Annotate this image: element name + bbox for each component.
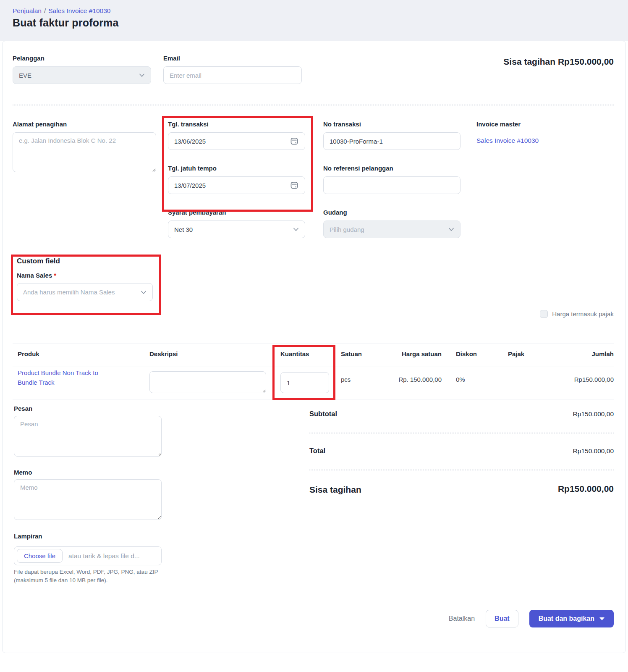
col-header-harga-satuan: Harga satuan bbox=[402, 350, 442, 357]
col-header-jumlah: Jumlah bbox=[591, 350, 614, 357]
syarat-pembayaran-select[interactable]: Net 30 bbox=[168, 220, 305, 238]
totals-divider bbox=[309, 470, 614, 470]
action-buttons: Batalkan Buat Buat dan bagikan bbox=[449, 610, 614, 627]
nama-sales-placeholder: Anda harus memilih Nama Sales bbox=[23, 289, 115, 296]
table-bottom-border bbox=[13, 399, 614, 399]
pelanggan-label: Pelanggan bbox=[13, 55, 44, 62]
product-link[interactable]: Product Bundle Non Track to Bundle Track bbox=[18, 368, 118, 387]
no-transaksi-label: No transaksi bbox=[323, 121, 361, 128]
nama-sales-select[interactable]: Anda harus memilih Nama Sales bbox=[17, 283, 153, 301]
satuan-value: pcs bbox=[341, 376, 351, 383]
custom-field-title: Custom field bbox=[17, 257, 60, 265]
alamat-label: Alamat penagihan bbox=[13, 121, 67, 128]
col-header-produk: Produk bbox=[18, 350, 39, 357]
col-header-satuan: Satuan bbox=[341, 350, 362, 357]
harga-termasuk-pajak-label: Harga termasuk pajak bbox=[552, 310, 614, 318]
subtotal-value: Rp150.000,00 bbox=[573, 410, 614, 418]
no-referensi-input[interactable] bbox=[323, 176, 461, 194]
choose-file-button[interactable]: Choose file bbox=[17, 549, 63, 563]
harga-termasuk-pajak-row: Harga termasuk pajak bbox=[540, 310, 614, 318]
harga-satuan-value: Rp. 150.000,00 bbox=[398, 376, 442, 383]
caret-down-icon bbox=[599, 617, 604, 620]
chevron-down-icon bbox=[448, 226, 454, 232]
breadcrumb-sales-invoice[interactable]: Sales Invoice #10030 bbox=[48, 7, 110, 14]
nama-sales-label-text: Nama Sales bbox=[17, 272, 52, 279]
tgl-transaksi-label: Tgl. transaksi bbox=[168, 121, 209, 128]
totals-divider bbox=[309, 433, 614, 433]
total-value: Rp150.000,00 bbox=[573, 447, 614, 455]
tgl-jatuh-tempo-value: 13/07/2025 bbox=[174, 182, 206, 189]
alamat-textarea[interactable] bbox=[13, 132, 156, 172]
lampiran-label: Lampiran bbox=[14, 533, 42, 540]
table-top-border bbox=[13, 344, 614, 344]
total-label: Total bbox=[309, 447, 325, 455]
tgl-jatuh-tempo-label: Tgl. jatuh tempo bbox=[168, 165, 217, 172]
calendar-icon bbox=[290, 136, 299, 146]
table-header-border bbox=[13, 367, 614, 367]
breadcrumb-penjualan[interactable]: Penjualan bbox=[13, 7, 42, 14]
sisa-tagihan-value: Rp150.000,00 bbox=[558, 484, 614, 494]
gudang-select[interactable]: Pilih gudang bbox=[323, 220, 461, 238]
buat-dan-bagikan-button[interactable]: Buat dan bagikan bbox=[529, 610, 614, 627]
email-label: Email bbox=[163, 55, 180, 62]
diskon-value: 0% bbox=[456, 376, 465, 383]
kuantitas-input[interactable] bbox=[280, 372, 329, 393]
section-divider bbox=[13, 105, 614, 105]
no-transaksi-input[interactable] bbox=[323, 132, 461, 150]
harga-termasuk-pajak-checkbox[interactable] bbox=[540, 310, 548, 318]
nama-sales-label: Nama Sales* bbox=[17, 272, 56, 279]
drop-file-hint: atau tarik & lepas file d... bbox=[68, 552, 140, 560]
tgl-transaksi-input[interactable]: 13/06/2025 bbox=[168, 132, 305, 150]
deskripsi-textarea[interactable] bbox=[149, 371, 266, 393]
syarat-pembayaran-label: Syarat pembayaran bbox=[168, 209, 226, 216]
no-referensi-label: No referensi pelanggan bbox=[323, 165, 393, 172]
breadcrumb: Penjualan/Sales Invoice #10030 bbox=[13, 7, 110, 15]
breadcrumb-separator: / bbox=[44, 7, 46, 14]
col-header-pajak: Pajak bbox=[508, 350, 524, 357]
col-header-deskripsi: Deskripsi bbox=[149, 350, 178, 357]
jumlah-value: Rp150.000,00 bbox=[574, 376, 614, 383]
gudang-placeholder: Pilih gudang bbox=[330, 226, 364, 233]
col-header-kuantitas: Kuantitas bbox=[280, 350, 309, 357]
memo-textarea[interactable] bbox=[14, 479, 162, 520]
tgl-jatuh-tempo-input[interactable]: 13/07/2025 bbox=[168, 176, 305, 194]
buat-button[interactable]: Buat bbox=[486, 610, 518, 627]
chevron-down-icon bbox=[293, 226, 299, 232]
page-title: Buat faktur proforma bbox=[13, 17, 119, 29]
subtotal-label: Subtotal bbox=[309, 410, 337, 418]
pelanggan-select[interactable]: EVE bbox=[13, 66, 151, 84]
pesan-label: Pesan bbox=[14, 405, 32, 412]
file-upload-helper-text: File dapat berupa Excel, Word, PDF, JPG,… bbox=[14, 568, 165, 585]
invoice-master-link[interactable]: Sales Invoice #10030 bbox=[476, 137, 539, 144]
batalkan-button[interactable]: Batalkan bbox=[449, 615, 475, 622]
memo-label: Memo bbox=[14, 469, 32, 476]
gudang-label: Gudang bbox=[323, 209, 347, 216]
pelanggan-value: EVE bbox=[19, 72, 31, 79]
pesan-textarea[interactable] bbox=[14, 416, 162, 457]
chevron-down-icon bbox=[139, 72, 145, 78]
required-asterisk: * bbox=[54, 272, 56, 279]
create-proforma-invoice-page: Penjualan/Sales Invoice #10030 Buat fakt… bbox=[0, 0, 628, 672]
col-header-diskon: Diskon bbox=[456, 350, 477, 357]
chevron-down-icon bbox=[141, 289, 147, 295]
buat-dan-bagikan-label: Buat dan bagikan bbox=[539, 615, 594, 622]
file-upload-dropzone[interactable]: Choose file atau tarik & lepas file d... bbox=[14, 546, 162, 565]
syarat-pembayaran-value: Net 30 bbox=[174, 226, 193, 233]
sisa-tagihan-label: Sisa tagihan bbox=[309, 485, 361, 495]
sisa-tagihan-header: Sisa tagihan Rp150.000,00 bbox=[503, 57, 614, 67]
tgl-transaksi-value: 13/06/2025 bbox=[174, 138, 206, 145]
calendar-icon bbox=[290, 181, 299, 190]
invoice-master-label: Invoice master bbox=[476, 121, 521, 128]
email-input[interactable] bbox=[163, 66, 302, 84]
